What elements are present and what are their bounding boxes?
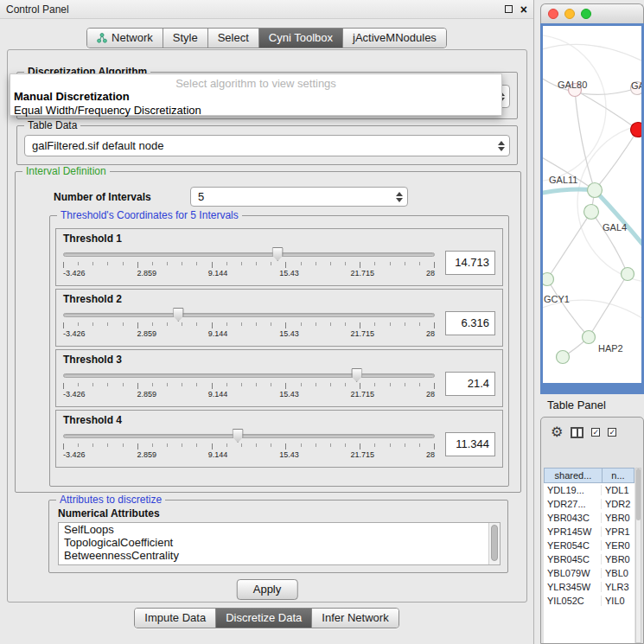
- group-title: Table Data: [24, 119, 80, 131]
- cell-shared-name[interactable]: YBL079W: [544, 568, 602, 578]
- tab-discretize-data[interactable]: Discretize Data: [216, 609, 312, 628]
- tab-impute-data[interactable]: Impute Data: [135, 609, 216, 628]
- threshold-3-value-field[interactable]: 21.4: [445, 372, 495, 396]
- threshold-2-value-field[interactable]: 6.316: [445, 311, 495, 335]
- table-row[interactable]: YER054C YER0: [544, 539, 634, 552]
- cell-shared-name[interactable]: YDR27...: [544, 499, 602, 509]
- column-header-name[interactable]: n...: [602, 468, 634, 483]
- threshold-1-value-field[interactable]: 14.713: [445, 251, 495, 275]
- list-item[interactable]: BetweennessCentrality: [59, 549, 500, 562]
- attributes-to-discretize-group: Attributes to discretize Numerical Attri…: [48, 500, 508, 573]
- tab-label: jActiveMNodules: [353, 31, 437, 44]
- tick-label: -3.426: [63, 329, 86, 338]
- cell-shared-name[interactable]: YLR345W: [544, 582, 602, 592]
- cell-shared-name[interactable]: YER054C: [544, 540, 602, 551]
- cell-name[interactable]: YBR0: [602, 554, 634, 564]
- network-node: [588, 183, 603, 198]
- numerical-attributes-label: Numerical Attributes: [58, 507, 160, 520]
- float-window-icon[interactable]: [505, 5, 513, 13]
- close-icon[interactable]: ×: [520, 5, 527, 14]
- slider-track[interactable]: [63, 252, 435, 257]
- checkbox-icon[interactable]: ✓: [591, 428, 600, 437]
- minimize-traffic-light-icon[interactable]: [564, 9, 575, 19]
- columns-icon[interactable]: [571, 427, 583, 438]
- cell-shared-name[interactable]: YBR043C: [544, 513, 602, 523]
- dropdown-hint: Select algorithm to view settings: [10, 77, 501, 90]
- list-scrollbar[interactable]: [488, 523, 500, 564]
- table-row[interactable]: YLR345W YLR3: [544, 580, 634, 594]
- scrollbar-thumb[interactable]: [636, 469, 641, 520]
- table-row[interactable]: YIL052C YIL0: [544, 594, 634, 608]
- cell-shared-name[interactable]: YDL19...: [544, 485, 602, 495]
- gear-icon[interactable]: ⚙: [551, 425, 563, 439]
- checkbox-icon[interactable]: ✓: [608, 428, 616, 437]
- cell-name[interactable]: YBL0: [602, 568, 634, 578]
- table-row[interactable]: YBL079W YBL0: [544, 566, 634, 580]
- slider-thumb[interactable]: [272, 247, 284, 261]
- network-node: [557, 351, 570, 364]
- slider-ticks: [63, 443, 435, 450]
- cell-name[interactable]: YDR2: [602, 499, 634, 509]
- scrollbar-thumb[interactable]: [491, 525, 498, 561]
- cell-name[interactable]: YLR3: [602, 582, 634, 592]
- slider-track[interactable]: [63, 434, 435, 438]
- cell-shared-name[interactable]: YBR045C: [544, 554, 602, 564]
- dropdown-option-equal-width-frequency[interactable]: Equal Width/Frequency Discretization: [14, 104, 201, 117]
- tab-jactivemnodules[interactable]: jActiveMNodules: [343, 29, 446, 48]
- tab-select[interactable]: Select: [208, 29, 259, 48]
- tick-label: 28: [426, 269, 435, 277]
- table-row[interactable]: YPR145W YPR1: [544, 525, 634, 539]
- network-icon: [97, 33, 107, 43]
- algorithm-dropdown-popup: Select algorithm to view settings Manual…: [10, 73, 502, 116]
- cell-name[interactable]: YBR0: [602, 513, 634, 523]
- slider-track[interactable]: [63, 313, 435, 317]
- cell-shared-name[interactable]: YPR145W: [544, 526, 602, 537]
- zoom-traffic-light-icon[interactable]: [581, 9, 591, 19]
- cell-name[interactable]: YPR1: [602, 526, 634, 537]
- tick-label: 21.715: [351, 450, 375, 459]
- node-label-hap2: HAP2: [598, 343, 623, 354]
- threshold-4-value-field[interactable]: 11.344: [445, 432, 495, 456]
- slider-thumb[interactable]: [233, 429, 244, 443]
- tick-label: 21.715: [351, 329, 375, 338]
- tick-label: 2.859: [137, 269, 156, 277]
- numerical-attributes-list[interactable]: SelfLoops TopologicalCoefficient Between…: [58, 522, 501, 565]
- tab-network[interactable]: Network: [87, 29, 163, 48]
- table-data-select[interactable]: galFiltered.sif default node: [24, 135, 510, 156]
- cell-shared-name[interactable]: YIL052C: [544, 596, 602, 606]
- network-canvas[interactable]: GAL80 GA GAL11 GAL4 GCY1 HAP2: [543, 26, 641, 383]
- table-data-select-value: galFiltered.sif default node: [25, 139, 494, 152]
- table-row[interactable]: YBR045C YBR0: [544, 552, 634, 566]
- slider-thumb[interactable]: [173, 308, 184, 322]
- number-of-intervals-spinner[interactable]: 5: [190, 187, 408, 207]
- column-header-shared-name[interactable]: shared...: [544, 468, 602, 483]
- cell-name[interactable]: YDL1: [602, 485, 634, 495]
- tab-style[interactable]: Style: [163, 29, 208, 48]
- tab-segment-group: Network Style Select Cyni Toolbox jActiv…: [86, 28, 447, 48]
- list-item[interactable]: SelfLoops: [59, 523, 500, 536]
- apply-button[interactable]: Apply: [237, 579, 298, 600]
- tick-label: 28: [426, 390, 435, 399]
- table-row[interactable]: YBR043C YBR0: [544, 511, 634, 525]
- cell-name[interactable]: YER0: [602, 540, 634, 551]
- node-label-gal80: GAL80: [558, 80, 587, 90]
- list-item[interactable]: TopologicalCoefficient: [59, 536, 500, 549]
- tick-label: -3.426: [63, 269, 86, 277]
- tick-label: 28: [426, 329, 435, 338]
- number-of-intervals-value: 5: [191, 190, 392, 203]
- table-header-row: shared... n...: [544, 468, 634, 483]
- tab-infer-network[interactable]: Infer Network: [312, 609, 398, 628]
- slider-track[interactable]: [63, 373, 435, 378]
- close-traffic-light-icon[interactable]: [548, 9, 558, 19]
- table-scrollbar[interactable]: [635, 468, 641, 643]
- table-row[interactable]: YDR27... YDR2: [544, 497, 634, 511]
- network-window-titlebar: [540, 3, 644, 23]
- dropdown-option-manual-discretization[interactable]: Manual Discretization: [14, 90, 130, 103]
- slider-thumb[interactable]: [351, 368, 362, 382]
- threshold-1-box: Threshold 1 -3.426 2.859: [55, 228, 503, 286]
- tick-label: 2.859: [137, 390, 156, 399]
- cell-name[interactable]: YIL0: [602, 596, 634, 606]
- network-node: [584, 205, 599, 220]
- tab-cyni-toolbox[interactable]: Cyni Toolbox: [259, 29, 343, 48]
- table-row[interactable]: YDL19... YDL1: [544, 483, 634, 497]
